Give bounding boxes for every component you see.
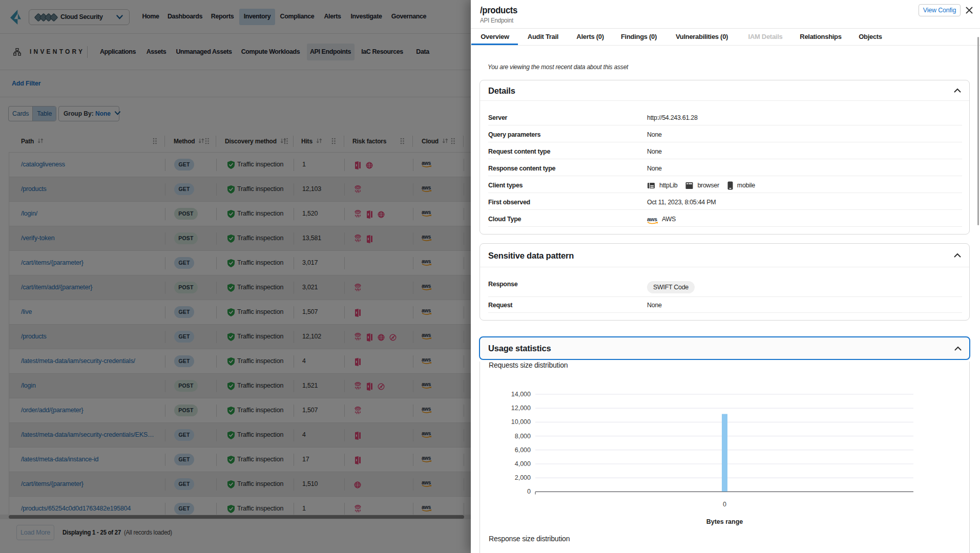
svg-text:6,000: 6,000	[515, 446, 531, 454]
svg-text:14,000: 14,000	[511, 391, 531, 398]
svg-text:0: 0	[527, 488, 531, 495]
svg-text:2,000: 2,000	[515, 474, 531, 481]
svg-text:4,000: 4,000	[515, 460, 531, 467]
svg-text:Bytes range: Bytes range	[706, 518, 743, 525]
svg-text:aws: aws	[647, 216, 657, 222]
svg-text:8,000: 8,000	[515, 433, 531, 440]
svg-text:0: 0	[723, 501, 726, 508]
svg-text:10,000: 10,000	[511, 418, 531, 426]
svg-text:12,000: 12,000	[511, 405, 531, 412]
